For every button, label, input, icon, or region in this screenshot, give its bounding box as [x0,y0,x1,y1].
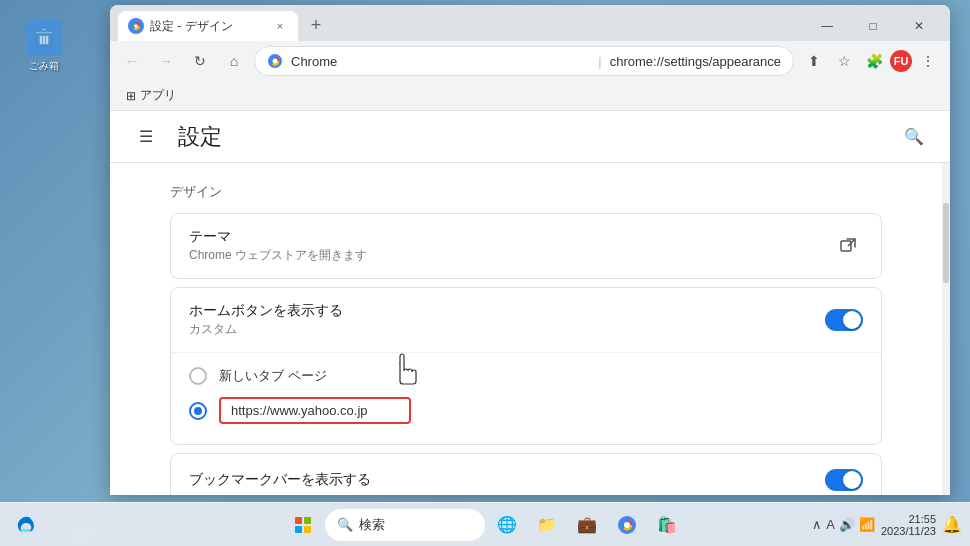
theme-label: テーマ [189,228,833,246]
taskbar: 🔍 検索 🌐 📁 💼 🛍️ ∧ A [0,502,970,546]
tray-arrow-icon[interactable]: ∧ [812,517,822,532]
clock[interactable]: 21:55 2023/11/23 [881,513,936,537]
bookmarks-bar-row: ブックマークバーを表示する [171,454,881,495]
home-button-row: ホームボタンを表示する カスタム [171,288,881,353]
apps-label: アプリ [140,87,176,104]
new-tab-radio[interactable] [189,367,207,385]
taskbar-teams-button[interactable]: 💼 [569,507,605,543]
start-button[interactable] [285,507,321,543]
svg-point-13 [624,522,630,528]
tab-favicon [128,18,144,34]
address-bar[interactable]: Chrome | chrome://settings/appearance [254,46,794,76]
share-button[interactable]: ⬆ [800,47,828,75]
nav-actions: ⬆ ☆ 🧩 FU ⋮ [800,47,942,75]
taskbar-right: ∧ A 🔊 📶 21:55 2023/11/23 🔔 [812,513,962,537]
toggle-knob-2 [843,471,861,489]
design-section-title: デザイン [170,183,882,201]
address-url: chrome://settings/appearance [610,54,781,69]
clock-date: 2023/11/23 [881,525,936,537]
nav-bar: ← → ↻ ⌂ Chrome | chrome://settings/appea… [110,41,950,81]
home-button-sublabel: カスタム [189,321,825,338]
theme-text: テーマ Chrome ウェブストアを開きます [189,228,833,264]
forward-button[interactable]: → [152,47,180,75]
chrome-icon [267,53,283,69]
svg-rect-10 [841,241,851,251]
windows-logo [295,517,311,533]
extension-button[interactable]: 🧩 [860,47,888,75]
page-content: ☰ 設定 🔍 デザイン テーマ Chrome ウェブストア [110,111,950,495]
bookmarks-bar-toggle[interactable] [825,469,863,491]
font-icon: A [826,517,835,532]
home-button[interactable]: ⌂ [220,47,248,75]
theme-sublabel: Chrome ウェブストアを開きます [189,247,833,264]
taskbar-search-label: 検索 [359,516,385,534]
new-tab-radio-row: 新しいタブ ページ [189,361,863,391]
home-button-card: ホームボタンを表示する カスタム 新しいタブ ページ [170,287,882,445]
back-button[interactable]: ← [118,47,146,75]
toggle-knob [843,311,861,329]
tab-title: 設定 - デザイン [150,18,266,35]
profile-button[interactable]: FU [890,50,912,72]
bookmarks-bar: ⊞ アプリ [110,81,950,111]
bookmarks-bar-label: ブックマークバーを表示する [189,471,825,489]
settings-content: デザイン テーマ Chrome ウェブストアを開きます [110,163,950,495]
taskbar-left [8,507,44,543]
taskbar-store-button[interactable]: 🛍️ [649,507,685,543]
new-tab-button[interactable]: + [302,11,330,39]
svg-rect-1 [35,31,53,34]
tab-close-button[interactable]: × [272,18,288,34]
home-button-text: ホームボタンを表示する カスタム [189,302,825,338]
volume-icon[interactable]: 🔊 [839,517,855,532]
taskbar-chrome-button[interactable] [609,507,645,543]
bookmarks-apps[interactable]: ⊞ アプリ [118,85,184,106]
menu-button[interactable]: ⋮ [914,47,942,75]
clock-time: 21:55 [908,513,936,525]
search-icon: 🔍 [904,127,924,146]
svg-rect-2 [41,28,47,31]
system-tray: ∧ A 🔊 📶 [812,517,875,532]
settings-header: ☰ 設定 🔍 [110,111,950,163]
url-radio[interactable] [189,402,207,420]
home-url-input[interactable] [219,397,411,424]
address-divider: | [598,54,601,69]
hamburger-icon: ☰ [139,127,153,146]
bookmarks-bar-card: ブックマークバーを表示する [170,453,882,495]
recycle-bin-label: ごみ箱 [29,59,59,73]
taskbar-app2-button[interactable]: 📁 [529,507,565,543]
home-button-radio-group: 新しいタブ ページ [171,353,881,444]
url-radio-row [189,391,863,430]
tab-strip: 設定 - デザイン × + [110,11,796,41]
desktop-icon-recycle[interactable]: ごみ箱 [14,20,74,73]
home-button-label: ホームボタンを表示する [189,302,825,320]
taskbar-search-icon: 🔍 [337,517,353,532]
settings-page-title: 設定 [178,122,222,152]
settings-search-button[interactable]: 🔍 [898,121,930,153]
maximize-button[interactable]: □ [850,11,896,41]
reload-button[interactable]: ↻ [186,47,214,75]
scrollbar-thumb[interactable] [943,203,949,283]
title-bar: 設定 - デザイン × + — □ ✕ [110,5,950,41]
scrollbar-track[interactable] [942,163,950,495]
theme-external-link-button[interactable] [833,231,863,261]
address-brand: Chrome [291,54,590,69]
active-tab[interactable]: 設定 - デザイン × [118,11,298,41]
svg-point-7 [134,24,138,28]
network-icon[interactable]: 📶 [859,517,875,532]
desktop: ごみ箱 設定 - デザイン × [0,0,970,546]
close-button[interactable]: ✕ [896,11,942,41]
settings-main: デザイン テーマ Chrome ウェブストアを開きます [110,163,942,495]
taskbar-edge-button[interactable] [8,507,44,543]
notification-icon[interactable]: 🔔 [942,515,962,534]
svg-point-9 [273,59,278,64]
theme-card: テーマ Chrome ウェブストアを開きます [170,213,882,279]
window-controls: — □ ✕ [796,11,950,41]
taskbar-app1-button[interactable]: 🌐 [489,507,525,543]
theme-row: テーマ Chrome ウェブストアを開きます [171,214,881,278]
taskbar-search[interactable]: 🔍 検索 [325,509,485,541]
new-tab-radio-label: 新しいタブ ページ [219,367,327,385]
chrome-window: 設定 - デザイン × + — □ ✕ ← → ↻ ⌂ [110,5,950,495]
home-button-toggle[interactable] [825,309,863,331]
bookmark-button[interactable]: ☆ [830,47,858,75]
sidebar-toggle-button[interactable]: ☰ [130,121,162,153]
minimize-button[interactable]: — [804,11,850,41]
